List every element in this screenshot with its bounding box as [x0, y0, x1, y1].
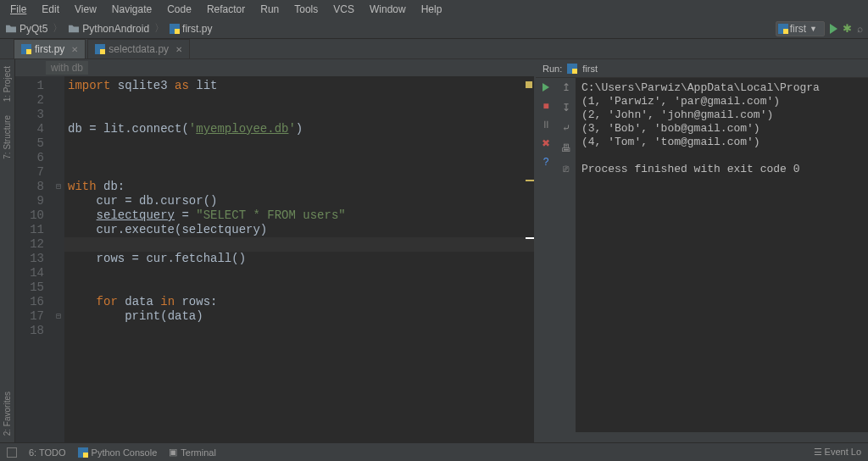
- svg-rect-11: [83, 453, 88, 458]
- tab-selectdata-py[interactable]: selectdata.py ✕: [87, 39, 190, 58]
- pause-button[interactable]: ⏸: [540, 119, 552, 131]
- scroll-down-icon[interactable]: ↧: [560, 102, 572, 114]
- tab-first-py[interactable]: first.py ✕: [14, 39, 86, 58]
- breadcrumb-folder[interactable]: PythonAndroid: [68, 23, 149, 35]
- menu-vcs[interactable]: VCS: [326, 2, 361, 17]
- editor-tabs: first.py ✕ selectdata.py ✕: [0, 39, 868, 59]
- editor-pane: with db 123 456 789 101112 131415 161718…: [15, 59, 536, 442]
- context-breadcrumb: with db: [15, 59, 534, 76]
- fold-column: ⊟ ⊟: [53, 76, 64, 442]
- menu-file[interactable]: File: [3, 2, 33, 17]
- menu-bar: File Edit View Navigate Code Refactor Ru…: [0, 0, 868, 19]
- svg-rect-1: [175, 29, 180, 34]
- run-toolbar-1: ■ ⏸ ✖ ?: [536, 78, 556, 432]
- python-file-icon: [778, 24, 788, 34]
- stop-button[interactable]: ■: [540, 100, 552, 112]
- code-area[interactable]: import sqlite3 as lit db = lit.connect('…: [64, 76, 534, 442]
- code-editor[interactable]: 123 456 789 101112 131415 161718 ⊟ ⊟ imp…: [15, 76, 534, 442]
- tool-structure[interactable]: 7: Structure: [3, 115, 12, 159]
- tab-label: selectdata.py: [108, 43, 169, 55]
- button-label: Terminal: [181, 447, 216, 458]
- run-config-name: first: [582, 64, 598, 74]
- menu-tools[interactable]: Tools: [287, 2, 325, 17]
- rerun-button[interactable]: [540, 81, 552, 93]
- close-icon[interactable]: ✕: [175, 45, 182, 54]
- run-toolbar-2: ↥ ↧ ⤶ 🖶 ⎚: [556, 78, 576, 432]
- clear-icon[interactable]: ⎚: [560, 163, 572, 175]
- breadcrumb-root[interactable]: PyQt5: [5, 23, 47, 35]
- python-file-icon: [567, 64, 577, 74]
- button-label: Event Lo: [825, 447, 861, 457]
- menu-window[interactable]: Window: [363, 2, 413, 17]
- run-tool-window: Run: first ■ ⏸ ✖ ? ↥ ↧ ⤶ 🖶 ⎚ C:\Users\Pa…: [536, 59, 868, 442]
- breadcrumb-sep-icon: 〉: [53, 21, 63, 36]
- menu-navigate[interactable]: Navigate: [105, 2, 159, 17]
- terminal-icon: ▣: [169, 447, 177, 458]
- folder-icon: [5, 24, 17, 34]
- soft-wrap-icon[interactable]: ⤶: [560, 122, 572, 134]
- nav-bar: PyQt5 〉 PythonAndroid 〉 first.py first ▼…: [0, 19, 868, 39]
- menu-run[interactable]: Run: [253, 2, 286, 17]
- breadcrumb-sep-icon: 〉: [154, 21, 164, 36]
- menu-help[interactable]: Help: [415, 2, 449, 17]
- toolwin-button[interactable]: [7, 447, 17, 458]
- python-icon: [78, 447, 88, 458]
- button-label: Python Console: [92, 447, 158, 458]
- menu-edit[interactable]: Edit: [35, 2, 66, 17]
- event-log-button[interactable]: ☰ Event Lo: [814, 447, 861, 458]
- run-config-selector[interactable]: first ▼: [776, 21, 825, 36]
- breadcrumb-file[interactable]: first.py: [170, 23, 212, 35]
- svg-rect-5: [26, 49, 31, 54]
- svg-rect-7: [100, 49, 105, 54]
- breadcrumb-label: PyQt5: [19, 23, 47, 35]
- scroll-up-icon[interactable]: ↥: [560, 81, 572, 93]
- breadcrumb-label: PythonAndroid: [82, 23, 149, 35]
- event-log-icon: ☰: [814, 447, 822, 457]
- debug-button[interactable]: ✱: [843, 22, 852, 35]
- tool-favorites[interactable]: 2: Favorites: [3, 392, 12, 436]
- breadcrumb-label: first.py: [182, 23, 212, 35]
- tool-project[interactable]: 1: Project: [3, 66, 12, 102]
- exit-button[interactable]: ✖: [540, 137, 552, 149]
- tab-label: first.py: [35, 43, 64, 55]
- run-button[interactable]: [830, 24, 837, 34]
- context-scope[interactable]: with db: [46, 61, 88, 75]
- run-title: Run:: [542, 64, 562, 74]
- status-bar: 6: TODO Python Console ▣ Terminal ☰ Even…: [0, 442, 868, 461]
- menu-view[interactable]: View: [68, 2, 103, 17]
- horizontal-scrollbar[interactable]: [536, 432, 868, 442]
- svg-rect-3: [783, 29, 788, 34]
- chevron-down-icon: ▼: [810, 25, 817, 33]
- toolwin-icon: [7, 447, 17, 458]
- todo-tool-button[interactable]: 6: TODO: [29, 447, 66, 458]
- terminal-button[interactable]: ▣ Terminal: [169, 447, 216, 458]
- python-file-icon: [21, 44, 31, 54]
- folder-icon: [68, 24, 80, 34]
- search-icon[interactable]: ⌕: [857, 23, 863, 35]
- left-toolbar: 1: Project 7: Structure 2: Favorites: [0, 59, 15, 442]
- menu-code[interactable]: Code: [160, 2, 198, 17]
- menu-refactor[interactable]: Refactor: [200, 2, 252, 17]
- line-gutter: 123 456 789 101112 131415 161718: [15, 76, 53, 442]
- fold-marker-icon[interactable]: ⊟: [53, 309, 64, 324]
- help-icon[interactable]: ?: [540, 156, 552, 168]
- python-console-button[interactable]: Python Console: [78, 447, 158, 458]
- close-icon[interactable]: ✕: [71, 45, 78, 54]
- fold-marker-icon[interactable]: ⊟: [53, 180, 64, 194]
- run-config-label: first: [790, 23, 806, 35]
- svg-rect-9: [572, 69, 577, 74]
- run-header: Run: first: [536, 59, 868, 78]
- console-output[interactable]: C:\Users\Parwiz\AppData\Local\Progra (1,…: [576, 78, 868, 432]
- python-file-icon: [170, 24, 180, 34]
- print-icon[interactable]: 🖶: [560, 142, 572, 154]
- python-file-icon: [95, 44, 105, 54]
